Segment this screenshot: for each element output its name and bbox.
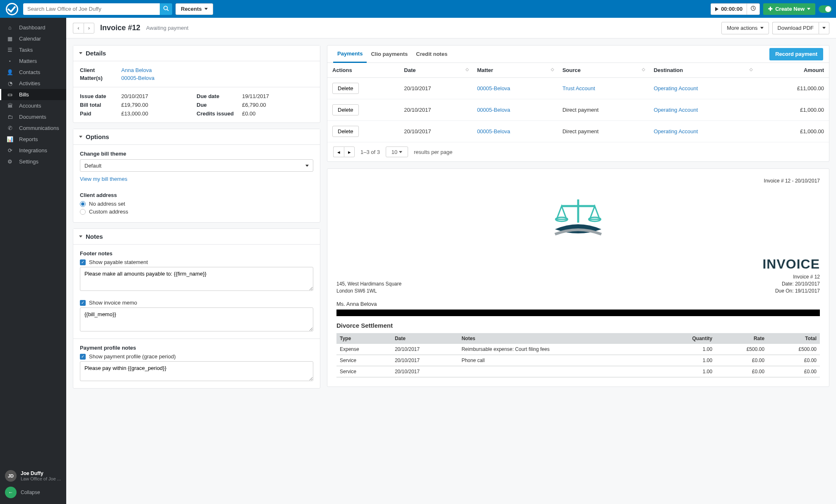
content: Details Client Anna Belova Matter(s) 000… — [66, 38, 836, 504]
recents-button[interactable]: Recents — [175, 3, 213, 15]
download-pdf-dropdown[interactable] — [819, 22, 829, 34]
client-link[interactable]: Anna Belova — [121, 67, 192, 73]
matter-link[interactable]: 00005-Belova — [477, 85, 510, 91]
app-logo[interactable] — [6, 3, 18, 15]
tab-credit-notes[interactable]: Credit notes — [412, 46, 452, 62]
tab-clio-payments[interactable]: Clio payments — [367, 46, 412, 62]
more-actions-button[interactable]: More actions — [721, 22, 769, 34]
presence-toggle[interactable] — [819, 5, 832, 13]
delete-button[interactable]: Delete — [332, 104, 359, 115]
search-input[interactable] — [23, 3, 160, 15]
nav-dashboard[interactable]: ⌂Dashboard — [0, 22, 66, 33]
delete-button[interactable]: Delete — [332, 83, 359, 94]
nav-bills[interactable]: ▭Bills — [0, 89, 66, 100]
briefcase-icon: 🞍 — [7, 58, 13, 64]
sort-icon: ◇ — [551, 67, 554, 72]
user-row[interactable]: JD Joe Duffy Law Office of Joe ... — [5, 470, 61, 482]
payments-panel: Payments Clio payments Credit notes Reco… — [327, 45, 829, 162]
memo-textarea[interactable] — [80, 307, 313, 331]
notes-header[interactable]: Notes — [73, 229, 320, 244]
nav-accounts[interactable]: 🏛Accounts — [0, 100, 66, 111]
payable-textarea[interactable] — [80, 267, 313, 291]
svg-line-1 — [167, 10, 169, 11]
clock-icon: ◔ — [7, 80, 13, 86]
matter-link[interactable]: 00005-Belova — [477, 107, 510, 113]
options-header[interactable]: Options — [73, 129, 320, 144]
collapse-button[interactable]: ← Collapse — [5, 485, 61, 500]
col-date[interactable]: Date◇ — [399, 63, 472, 78]
download-pdf-button[interactable]: Download PDF — [772, 22, 819, 34]
nav-label: Settings — [19, 158, 38, 165]
page-next-button[interactable]: ▸ — [344, 146, 355, 157]
profile-textarea[interactable] — [80, 361, 313, 381]
destination-link[interactable]: Operating Account — [653, 107, 698, 113]
col-matter[interactable]: Matter◇ — [472, 63, 557, 78]
chevron-down-icon — [204, 8, 208, 10]
right-column: Payments Clio payments Credit notes Reco… — [327, 38, 836, 504]
radio-label: Custom address — [89, 209, 128, 215]
record-payment-button[interactable]: Record payment — [769, 48, 823, 60]
profile-notes-label: Payment profile notes — [80, 345, 313, 351]
collapse-label: Collapse — [21, 490, 40, 495]
nav-activities[interactable]: ◔Activities — [0, 78, 66, 89]
timer-play-button[interactable]: 00:00:00 — [711, 3, 747, 15]
radio-no-address[interactable]: No address set — [80, 201, 313, 207]
matter-link[interactable]: 00005-Belova — [121, 75, 192, 81]
nav-reports[interactable]: 📊Reports — [0, 134, 66, 145]
details-header[interactable]: Details — [73, 46, 320, 61]
checkbox-label: Show payment profile (grace period) — [89, 353, 176, 360]
create-new-button[interactable]: ✚ Create New — [763, 3, 815, 15]
nav-integrations[interactable]: ⟳Integrations — [0, 145, 66, 156]
matter-link[interactable]: 00005-Belova — [477, 128, 510, 134]
footer-notes-label: Footer notes — [80, 250, 313, 257]
prev-record-button[interactable]: ‹ — [73, 23, 84, 34]
destination-link[interactable]: Operating Account — [653, 85, 698, 91]
theme-select[interactable]: Default — [80, 159, 313, 172]
tab-payments[interactable]: Payments — [333, 46, 367, 63]
payments-table: Actions Date◇ Matter◇ Source◇ Destinatio… — [327, 63, 829, 142]
col-source[interactable]: Source◇ — [557, 63, 649, 78]
source-link[interactable]: Trust Account — [562, 85, 595, 91]
show-memo-checkbox[interactable]: ✓ Show invoice memo — [80, 300, 313, 306]
invoice-address: 145, West Hardimans Square London SW6 1W… — [336, 281, 401, 295]
user-name: Joe Duffy — [21, 470, 61, 476]
nav-documents[interactable]: 🗀Documents — [0, 111, 66, 122]
page-header-actions: More actions Download PDF — [721, 22, 829, 34]
invoice-matter: Divorce Settlement — [336, 322, 820, 329]
search-button[interactable] — [160, 3, 172, 15]
next-record-button[interactable]: › — [84, 23, 94, 34]
details-title: Details — [86, 50, 106, 57]
page-range: 1–3 of 3 — [360, 149, 380, 155]
destination-link[interactable]: Operating Account — [653, 128, 698, 134]
inv-col-type: Type — [336, 333, 392, 344]
chevron-down-icon — [822, 27, 826, 29]
nav-label: Calendar — [19, 36, 41, 42]
page-prev-button[interactable]: ◂ — [333, 146, 344, 157]
radio-icon — [80, 201, 86, 207]
nav-communications[interactable]: ✆Communications — [0, 122, 66, 134]
per-page-select[interactable]: 10 — [386, 146, 408, 157]
nav-matters[interactable]: 🞍Matters — [0, 55, 66, 67]
radio-custom-address[interactable]: Custom address — [80, 209, 313, 215]
show-payable-checkbox[interactable]: ✓ Show payable statement — [80, 259, 313, 265]
nav-tasks[interactable]: ☰Tasks — [0, 44, 66, 55]
nav-settings[interactable]: ⚙Settings — [0, 156, 66, 167]
phone-icon: ✆ — [7, 125, 13, 131]
show-profile-checkbox[interactable]: ✓ Show payment profile (grace period) — [80, 353, 313, 360]
due-value: £6,790.00 — [242, 102, 313, 108]
line-total: £0.00 — [768, 355, 820, 366]
nav-label: Documents — [19, 114, 46, 120]
col-destination[interactable]: Destination◇ — [649, 63, 756, 78]
nav-label: Communications — [19, 125, 59, 131]
cell-amount: £1,000.00 — [756, 121, 829, 142]
nav-calendar[interactable]: ▦Calendar — [0, 33, 66, 44]
nav-contacts[interactable]: 👤Contacts — [0, 67, 66, 78]
table-row: Delete 20/10/2017 00005-Belova Direct pa… — [327, 99, 829, 121]
delete-button[interactable]: Delete — [332, 126, 359, 137]
line-type: Service — [336, 366, 392, 377]
view-themes-link[interactable]: View my bill themes — [80, 176, 127, 182]
invoice-date: Date: 20/10/2017 — [762, 281, 820, 288]
clock-icon — [750, 5, 756, 12]
timer-clock-button[interactable] — [747, 3, 760, 15]
payments-pager: ◂ ▸ 1–3 of 3 10 results per page — [327, 142, 829, 161]
